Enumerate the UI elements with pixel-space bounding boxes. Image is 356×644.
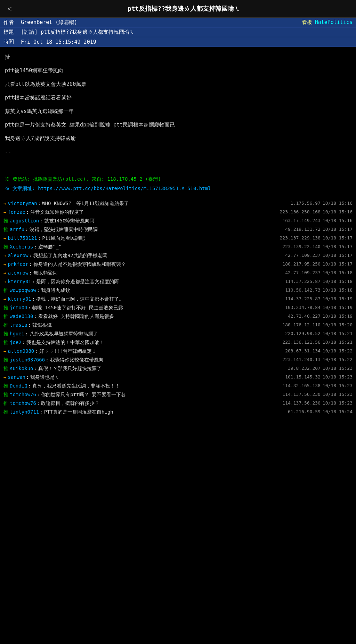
comment-text: 物啦 1450連字都打不好 民進黨敗象已露	[32, 304, 282, 311]
comment-text: 我也是支持韓總的！中華名國加油！	[26, 339, 280, 346]
comment-ip: 39.8.232.207	[288, 365, 321, 372]
comment-text: 真ㄌ，我只看孫先生民調，非涵不投！！	[32, 382, 280, 390]
comment-author: linlyn0711	[10, 408, 39, 416]
comment-text: PTT真的是一群同溫層在自high	[44, 408, 285, 416]
comment-time: 10/18 15:17	[323, 235, 353, 242]
comment-row: →victoryman: WHO KNOWS? 等1月11號就知道結果了1.17…	[0, 199, 356, 208]
comment-row: 推tomchow76: 你的世界只有ptt嗎？ 要不要看一下各114.137.5…	[0, 390, 356, 399]
comment-author: justin037666	[10, 356, 45, 364]
comment-sep: :	[46, 356, 48, 364]
comment-author: hguei	[10, 330, 24, 337]
board-value: HatePolitics	[315, 19, 353, 25]
comment-author: augustlion	[10, 217, 39, 225]
comment-sep: :	[40, 217, 42, 225]
comment-sep: :	[22, 339, 25, 346]
comment-text: 政論節目，挺韓的有多少？	[41, 400, 280, 407]
comment-type: 推	[3, 287, 8, 294]
comment-text: Ptt風向是看民調吧	[42, 235, 277, 242]
title-label: 標題	[0, 27, 17, 37]
comment-row: →sanwan: 我身邊也是ㄟ101.15.145.3210/18 15:23	[0, 373, 356, 382]
comment-sep: :	[38, 235, 41, 242]
comment-author: trasia	[10, 321, 27, 329]
comment-row: →fonzae: 注音文就知道你的程度了223.136.250.16810/18…	[0, 208, 356, 217]
comment-author: Xceberus	[10, 243, 33, 251]
comment-row: 推justin037666: 我覺得你比較像在帶風向223.141.240.13…	[0, 356, 356, 364]
comment-type: 推	[3, 382, 8, 390]
comment-author: fonzae	[8, 209, 25, 216]
comment-text: 就被1450蟑螂帶風向阿	[44, 217, 280, 225]
comment-time: 10/18 15:17	[323, 226, 353, 233]
comment-type: →	[3, 252, 6, 259]
comment-author: allen0080	[8, 348, 34, 355]
comment-author: jcto04	[10, 304, 27, 311]
comment-ip: 163.17.149.243	[282, 217, 321, 224]
comment-author: wowpoqwow	[10, 287, 36, 294]
comment-sep: :	[32, 278, 35, 285]
comment-time: 10/18 15:19	[323, 295, 353, 302]
comment-type: →	[3, 295, 6, 303]
comment-type: 推	[3, 330, 8, 337]
comment-ip: 114.37.225.87	[285, 295, 321, 302]
comment-time: 10/18 15:21	[323, 339, 353, 346]
comment-row: →bill750121: Ptt風向是看民調吧223.137.229.13810…	[0, 234, 356, 243]
article-body: 扯ptt被1450網軍狂帶風向只看ptt以為蔡英文會大勝200萬票ptt根本當笑…	[0, 47, 356, 166]
comment-time: 10/18 15:16	[323, 200, 353, 207]
comment-sep: :	[28, 321, 31, 329]
comment-sep: :	[29, 252, 32, 259]
comment-sep: :	[40, 408, 42, 416]
comment-ip: 223.136.250.168	[280, 209, 321, 215]
comment-row: 推joe2: 我也是支持韓總的！中華名國加油！223.136.121.5610/…	[0, 338, 356, 347]
time-label: 時間	[0, 37, 17, 47]
comment-ip: 223.136.121.56	[282, 339, 321, 346]
author-value: GreenBeret (綠扁帽)	[17, 18, 194, 27]
comment-ip: 103.234.78.84	[285, 304, 321, 311]
comment-row: 推DendiQ: 真ㄌ，我只看孫先生民調，非涵不投！！114.32.165.13…	[0, 382, 356, 390]
comment-row: 推trasia: 韓鐵很鐵180.176.12.11010/18 15:20	[0, 321, 356, 329]
comment-text: 你身邊的人是不是很愛穿國旗裝和唱夜襲？	[33, 261, 280, 268]
header-bar: ＜ ptt反指標??我身邊ㄌ人都支持韓國瑜ㄟ	[0, 0, 356, 18]
back-button[interactable]: ＜	[6, 3, 13, 14]
comment-text: 我覺得你比較像在帶風向	[50, 356, 280, 364]
article-paragraph: ptt也是一片倒支持蔡英文 結果dpp輸到脫褲 ptt民調根本超爛廢物而已	[5, 120, 351, 130]
comment-row: →kterry01: 是阿，因為你身邊都是注音文程度的阿114.37.225.8…	[0, 277, 356, 286]
comment-sep: :	[34, 313, 37, 320]
comment-author: kterry01	[8, 278, 31, 285]
comment-type: →	[3, 374, 6, 381]
comment-ip: 42.77.109.237	[285, 252, 321, 259]
comment-row: 推hguei: 八卦政黑板早被網軍蟑螂搞爛了220.129.98.5210/18…	[0, 329, 356, 338]
title-value: [討論] ptt反指標??我身邊ㄌ人都支持韓國瑜ㄟ	[17, 27, 356, 37]
comment-sep: :	[38, 200, 41, 207]
comment-ip: 223.141.240.13	[282, 356, 321, 363]
comment-author: victoryman	[8, 200, 37, 207]
comment-author: DendiQ	[10, 382, 27, 390]
comment-sep: :	[26, 209, 29, 216]
comment-row: →allen0080: 好ㄎㄎ!!!明年韓總贏定ㄖ203.67.31.13410…	[0, 347, 356, 356]
comment-ip: 114.137.56.230	[282, 391, 321, 398]
comment-text: 你的世界只有ptt嗎？ 要不要看一下各	[41, 391, 280, 398]
comment-time: 10/18 15:23	[323, 391, 353, 398]
article-paragraph: 我身邊ㄌ人7成都說支持韓國瑜	[5, 134, 351, 143]
comment-time: 10/18 15:22	[323, 356, 353, 363]
article-paragraph: ptt被1450網軍狂帶風向	[5, 66, 351, 75]
comment-row: 推Xceberus: 逆轉勝^_^223.139.22.14010/18 15:…	[0, 243, 356, 251]
comment-row: →kterry01: 挺韓，剛好而已阿，連中文都不會打了。114.37.225.…	[0, 295, 356, 303]
comment-time: 10/18 15:18	[323, 278, 353, 285]
comment-time: 10/18 15:16	[323, 209, 353, 215]
comment-author: bill750121	[8, 235, 37, 242]
comment-sep: :	[37, 287, 40, 294]
footer-info-line: ※ 文章網址: https://www.ptt.cc/bbs/HatePolit…	[5, 184, 351, 193]
comment-type: 推	[3, 321, 8, 329]
comment-type: →	[3, 235, 6, 242]
comment-sep: :	[25, 330, 28, 337]
comment-type: 推	[3, 217, 8, 225]
comment-text: WHO KNOWS? 等1月11號就知道結果了	[42, 200, 288, 207]
comment-type: 推	[3, 243, 8, 251]
comment-author: joe2	[10, 339, 22, 346]
article-paragraph: --	[5, 147, 351, 157]
comment-ip: 223.139.22.140	[282, 243, 321, 250]
comment-time: 10/18 15:20	[323, 321, 353, 328]
comment-row: 推wade0130: 看看就好 支持韓國瑜的人還是很多42.72.40.2271…	[0, 312, 356, 321]
comment-type: 推	[3, 400, 8, 407]
comment-type: →	[3, 200, 6, 207]
comment-text: 看看就好 支持韓國瑜的人還是很多	[38, 313, 285, 320]
